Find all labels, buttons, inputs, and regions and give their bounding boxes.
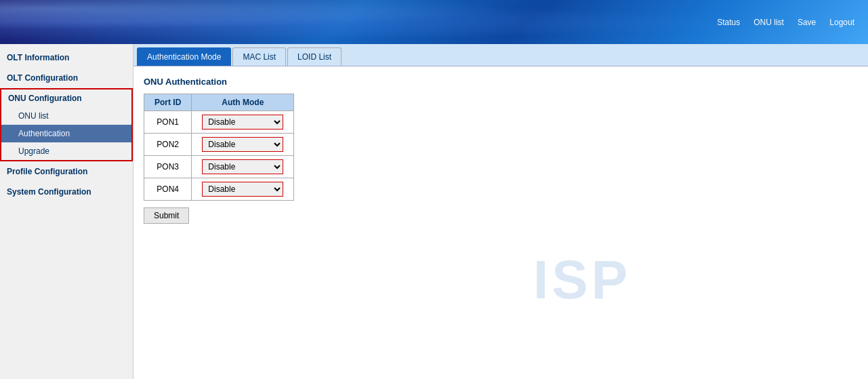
watermark: ISP <box>533 249 631 311</box>
auth-mode-select-pon4[interactable]: DisableMACLOIDMAC+LOID <box>202 182 283 197</box>
logout-link[interactable]: Logout <box>829 18 854 27</box>
sidebar-item-upgrade[interactable]: Upgrade <box>1 142 131 160</box>
sidebar-item-authentication[interactable]: Authentication <box>1 125 131 142</box>
sidebar-item-system-configuration[interactable]: System Configuration <box>0 182 133 202</box>
onu-configuration-group: ONU Configuration ONU list Authenticatio… <box>0 88 133 161</box>
auth-mode-select-pon1[interactable]: DisableMACLOIDMAC+LOID <box>202 115 283 129</box>
port-cell: PON4 <box>144 178 192 201</box>
port-cell: PON2 <box>144 134 192 156</box>
save-link[interactable]: Save <box>798 18 816 27</box>
sidebar-item-olt-configuration[interactable]: OLT Configuration <box>0 68 133 88</box>
auth-mode-cell: DisableMACLOIDMAC+LOID <box>192 111 294 134</box>
table-row: PON4DisableMACLOIDMAC+LOID <box>144 178 294 201</box>
main-content: Authentication Mode MAC List LOID List O… <box>133 44 868 379</box>
col-port-id: Port ID <box>144 94 192 111</box>
table-row: PON2DisableMACLOIDMAC+LOID <box>144 134 294 156</box>
sidebar-item-profile-configuration[interactable]: Profile Configuration <box>0 161 133 182</box>
col-auth-mode: Auth Mode <box>192 94 294 111</box>
header: Status ONU list Save Logout <box>0 0 868 44</box>
tab-loid-list[interactable]: LOID List <box>287 47 342 66</box>
port-cell: PON3 <box>144 156 192 178</box>
sidebar-item-onu-list[interactable]: ONU list <box>1 107 131 125</box>
sidebar-item-onu-configuration[interactable]: ONU Configuration <box>1 89 131 107</box>
onu-list-link[interactable]: ONU list <box>753 18 784 27</box>
port-cell: PON1 <box>144 111 192 134</box>
submit-button[interactable]: Submit <box>144 207 189 224</box>
auth-mode-select-pon3[interactable]: DisableMACLOIDMAC+LOID <box>202 159 283 174</box>
tab-authentication-mode[interactable]: Authentication Mode <box>137 47 231 66</box>
table-row: PON1DisableMACLOIDMAC+LOID <box>144 111 294 134</box>
section-title: ONU Authentication <box>144 77 858 87</box>
sidebar-item-olt-information[interactable]: OLT Information <box>0 47 133 68</box>
tab-bar: Authentication Mode MAC List LOID List <box>133 44 868 66</box>
layout: OLT Information OLT Configuration ONU Co… <box>0 44 868 379</box>
status-link[interactable]: Status <box>717 18 740 27</box>
content-area: ONU Authentication Port ID Auth Mode PON… <box>133 66 868 234</box>
auth-mode-cell: DisableMACLOIDMAC+LOID <box>192 178 294 201</box>
auth-mode-cell: DisableMACLOIDMAC+LOID <box>192 134 294 156</box>
auth-mode-select-pon2[interactable]: DisableMACLOIDMAC+LOID <box>202 137 283 152</box>
table-row: PON3DisableMACLOIDMAC+LOID <box>144 156 294 178</box>
auth-mode-cell: DisableMACLOIDMAC+LOID <box>192 156 294 178</box>
sidebar: OLT Information OLT Configuration ONU Co… <box>0 44 133 379</box>
header-nav: Status ONU list Save Logout <box>717 18 854 27</box>
auth-table: Port ID Auth Mode PON1DisableMACLOIDMAC+… <box>144 94 294 201</box>
tab-mac-list[interactable]: MAC List <box>232 47 286 66</box>
